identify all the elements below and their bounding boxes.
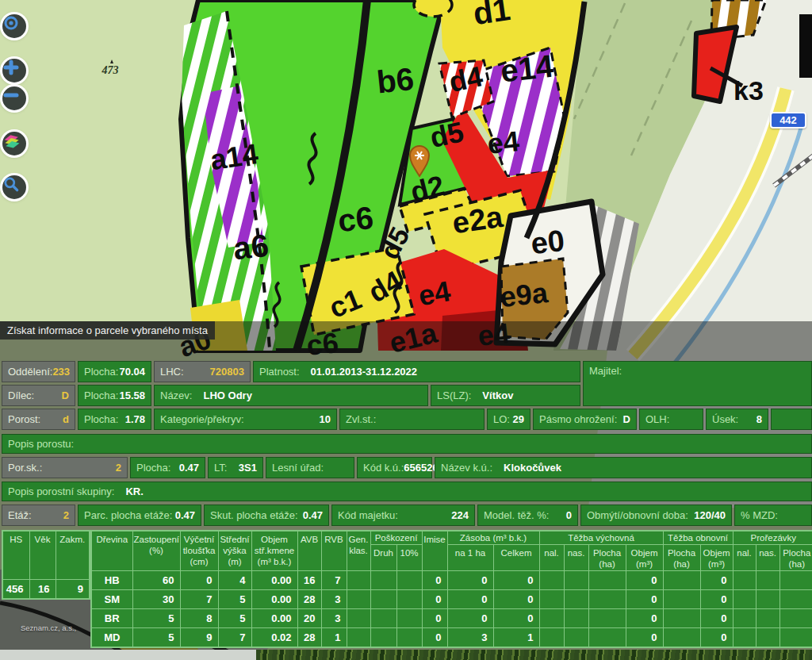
table-cell: 7 <box>218 628 251 648</box>
field-platnost: Platnost:01.01.2013-31.12.2022 <box>253 361 580 382</box>
field-lo-label: LO: <box>493 413 510 425</box>
field-obmyti-obnovni-doba: Obmýtí/obnovní doba:120/40 <box>580 505 732 526</box>
species-cell: BR <box>91 609 132 628</box>
zoom-in-button[interactable] <box>2 59 26 82</box>
col-subheader: nas. <box>756 545 779 571</box>
table-cell: 0 <box>422 590 447 609</box>
table-cell <box>733 571 756 590</box>
table-cell: 0 <box>180 571 218 590</box>
parcel-label: e14 <box>499 48 556 89</box>
field-plocha-oddeleni-value: 70.04 <box>119 366 145 378</box>
col-header: Imise <box>422 531 447 571</box>
field-kategorie-prekryv: Kategorie/překryv:10 <box>154 409 337 430</box>
col-header: AVB <box>297 531 321 571</box>
field-plocha-dilec-value: 15.58 <box>119 389 145 401</box>
col-subheader: Plocha(ha) <box>588 545 626 571</box>
field-zvl-st: Zvl.st.: <box>339 409 485 430</box>
field-pasmo-ohrozeni-value: D <box>623 413 630 425</box>
table-cell <box>779 609 812 628</box>
field-plocha-porost-label: Plocha: <box>84 413 118 425</box>
zoom-in-icon <box>2 59 20 76</box>
search-button[interactable] <box>2 175 26 199</box>
map-attribution: Seznam.cz, a.s., <box>21 624 76 632</box>
parcel-label: d5 <box>427 115 467 154</box>
field-spacer <box>771 409 812 430</box>
field-parc-plocha-etaze-value: 0.47 <box>175 509 195 521</box>
status-strip <box>0 650 256 660</box>
field-porost-label: Porost: <box>8 413 40 425</box>
table-cell: 0 <box>626 590 663 609</box>
table-cell: 0.00 <box>251 590 297 609</box>
table-cell <box>539 628 564 648</box>
table-cell: 0 <box>700 609 733 628</box>
zoom-out-button[interactable] <box>2 86 26 110</box>
table-row: SM30750.0028300000 <box>91 590 812 609</box>
field-etaz: Etáž:2 <box>2 505 75 526</box>
field-plocha-porost: Plocha:1.78 <box>78 409 151 430</box>
field-parc-plocha-etaze-label: Parc. plocha etáže: <box>84 509 172 521</box>
table-cell <box>396 590 422 609</box>
col-subheader: nal. <box>539 545 564 571</box>
field-zvl-st-label: Zvl.st.: <box>346 413 376 425</box>
col-header: Věk <box>29 531 56 580</box>
parcel-label: e0 <box>529 224 565 260</box>
table-cell: 0 <box>626 609 663 628</box>
table-cell: 4 <box>218 571 251 590</box>
layers-button[interactable] <box>2 132 26 155</box>
field-platnost-value: 01.01.2013-31.12.2022 <box>311 366 417 378</box>
col-header: Prořezávky <box>733 531 812 545</box>
table-cell <box>663 609 700 628</box>
field-popis-porostni-skupiny-label: Popis porostní skupiny: <box>8 485 114 497</box>
field-skut-plocha-etaze-value: 0.47 <box>303 509 323 521</box>
parcel-label: a6 <box>232 228 270 266</box>
locate-button[interactable] <box>2 14 26 38</box>
field-platnost-label: Platnost: <box>259 366 300 378</box>
table-cell: 9 <box>180 628 218 648</box>
col-header: RVB <box>321 531 347 571</box>
locate-icon <box>2 14 20 32</box>
field-etaz-value: 2 <box>63 509 69 521</box>
table-cell: 0 <box>700 571 733 590</box>
table-cell: 7 <box>321 571 347 590</box>
field-ls-lz: LS(LZ):Vítkov <box>431 385 580 406</box>
field-plocha-oddeleni-label: Plocha: <box>84 366 118 378</box>
field-plocha-dilec-label: Plocha: <box>84 389 118 401</box>
field-lhc-label: LHC: <box>160 366 184 378</box>
table-cell: 3 <box>321 590 347 609</box>
field-popis-porostni-skupiny: Popis porostní skupiny:KR. <box>2 482 812 501</box>
table-cell: 8 <box>180 609 218 628</box>
table-cell: 0 <box>447 609 493 628</box>
col-header: Těžba výchovná <box>539 531 663 545</box>
parcel-label: c6 <box>336 200 375 238</box>
species-cell: MD <box>91 628 132 648</box>
field-popis-porostu-label: Popis porostu: <box>8 438 74 450</box>
parcel-label: b6 <box>375 61 416 100</box>
col-header: HS <box>2 531 29 580</box>
table-cell: 28 <box>297 590 321 609</box>
table-cell: 20 <box>297 609 321 628</box>
field-skut-plocha-etaze-label: Skut. plocha etáže: <box>210 509 298 521</box>
field-usek-label: Úsek: <box>712 413 738 425</box>
table-cell: 0 <box>422 628 447 648</box>
table-cell <box>347 628 370 648</box>
field-plocha-por-sk: Plocha:0.47 <box>130 457 205 478</box>
road-number-badge: 442 <box>770 112 806 129</box>
field-nazev-label: Název: <box>160 389 192 401</box>
table-cell: 0 <box>493 590 539 609</box>
table-cell <box>779 571 812 590</box>
field-obmyti-obnovni-doba-label: Obmýtí/obnovní doba: <box>587 509 688 521</box>
field-majitel-label: Majitel: <box>589 365 622 377</box>
field-pasmo-ohrozeni: Pásmo ohrožení:D <box>533 409 637 430</box>
parcel-label: d4 <box>446 59 486 98</box>
field-pasmo-ohrozeni-label: Pásmo ohrožení: <box>539 413 617 425</box>
table-cell: 5 <box>218 609 251 628</box>
field-plocha-por-sk-label: Plocha: <box>136 462 170 474</box>
table-cell: 16 <box>297 571 321 590</box>
table-cell <box>564 590 588 609</box>
table-cell: 5 <box>132 628 180 648</box>
col-subheader: Plocha(ha) <box>663 545 700 571</box>
field-porost: Porost:d <box>2 409 75 430</box>
table-cell: 0 <box>493 571 539 590</box>
field-popis-porostni-skupiny-value: KR. <box>125 485 143 497</box>
field-lo: LO:29 <box>487 409 530 430</box>
